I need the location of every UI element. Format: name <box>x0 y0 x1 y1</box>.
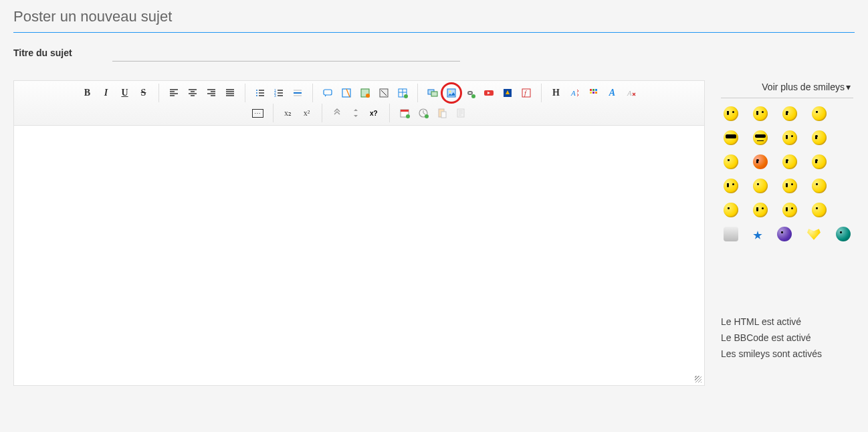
updown-button[interactable] <box>346 104 365 122</box>
smiley-wink[interactable] <box>782 179 797 193</box>
dailymotion-button[interactable] <box>498 84 517 102</box>
subscript-button[interactable]: x₂ <box>279 104 298 122</box>
status-smileys: Les smileys sont activés <box>721 346 855 362</box>
svg-rect-28 <box>595 92 597 94</box>
svg-point-16 <box>449 91 451 93</box>
smiley-rolling[interactable] <box>753 179 768 193</box>
svg-rect-25 <box>595 89 597 91</box>
svg-rect-23 <box>590 89 592 91</box>
table-button[interactable] <box>393 84 412 102</box>
source-button[interactable] <box>451 104 470 122</box>
svg-rect-15 <box>447 89 455 97</box>
more-smileys-dropdown[interactable]: Voir plus de smileys▾ <box>721 80 853 98</box>
smiley-arrow[interactable] <box>782 203 797 217</box>
smiley-no[interactable] <box>777 227 792 241</box>
svg-rect-32 <box>401 110 409 112</box>
smiley-neutral[interactable] <box>812 203 827 217</box>
smiley-embarrassed[interactable] <box>753 154 768 169</box>
smiley-geek[interactable] <box>724 227 738 241</box>
svg-point-33 <box>406 114 410 118</box>
smiley-question[interactable] <box>724 203 738 217</box>
font-family-button[interactable]: A <box>603 84 622 102</box>
svg-rect-27 <box>592 92 594 94</box>
status-bbcode: Le BBCode est activé <box>721 330 855 346</box>
code-button[interactable] <box>337 84 356 102</box>
editor-toolbar: B I U S 123 <box>14 81 704 126</box>
quote-button[interactable] <box>318 84 337 102</box>
smiley-laughing[interactable] <box>782 130 797 145</box>
svg-point-2 <box>256 95 257 96</box>
svg-text:x?: x? <box>370 110 378 117</box>
header-button[interactable]: H <box>547 84 566 102</box>
sidebar: Voir plus de smileys▾ <box>721 80 855 386</box>
svg-point-12 <box>404 94 408 98</box>
hidden-button[interactable] <box>374 84 393 102</box>
svg-rect-14 <box>431 92 437 96</box>
svg-rect-24 <box>592 89 594 91</box>
svg-point-9 <box>366 94 370 98</box>
scroll-button[interactable] <box>328 104 346 122</box>
smiley-mad[interactable] <box>812 130 827 145</box>
font-size-button[interactable]: A <box>566 84 584 102</box>
align-center-button[interactable] <box>183 84 202 102</box>
date-button[interactable] <box>395 104 414 122</box>
smiley-shocked[interactable] <box>724 130 738 145</box>
smiley-sad[interactable] <box>782 106 797 121</box>
smiley-love[interactable] <box>806 227 821 241</box>
resize-handle[interactable] <box>14 376 704 385</box>
message-textarea[interactable] <box>14 126 704 373</box>
font-color-button[interactable] <box>584 84 603 102</box>
spoiler-button[interactable] <box>356 84 374 102</box>
flash-button[interactable]: f <box>517 84 536 102</box>
italic-button[interactable]: I <box>97 84 116 102</box>
svg-rect-37 <box>441 112 446 118</box>
svg-point-35 <box>425 114 429 118</box>
status-list: Le HTML est activé Le BBCode est activé … <box>721 314 855 362</box>
page-heading: Poster un nouveau sujet <box>13 8 855 33</box>
chevron-down-icon: ▾ <box>846 82 851 92</box>
smiley-exclaim[interactable] <box>812 179 827 193</box>
subject-input[interactable] <box>112 47 460 62</box>
superscript-button[interactable]: x² <box>298 104 316 122</box>
svg-point-1 <box>256 92 257 94</box>
smiley-smile[interactable] <box>753 106 768 121</box>
svg-point-0 <box>256 90 257 91</box>
time-button[interactable] <box>414 104 433 122</box>
hr-button[interactable] <box>288 84 307 102</box>
align-left-button[interactable] <box>165 84 183 102</box>
status-html: Le HTML est activé <box>721 314 855 330</box>
smiley-very-happy[interactable] <box>724 106 738 121</box>
youtube-button[interactable] <box>479 84 498 102</box>
remove-format-button[interactable]: A <box>622 84 641 102</box>
svg-rect-6 <box>324 90 332 95</box>
svg-rect-26 <box>590 92 592 94</box>
unordered-list-button[interactable] <box>251 84 269 102</box>
more-button[interactable]: ⋯ <box>249 104 267 122</box>
align-justify-button[interactable] <box>221 84 239 102</box>
smiley-razz[interactable] <box>724 154 738 169</box>
host-image-button[interactable] <box>423 84 442 102</box>
align-right-button[interactable] <box>202 84 221 102</box>
svg-text:A: A <box>570 89 576 97</box>
smiley-suspect[interactable] <box>836 227 851 241</box>
link-button[interactable] <box>461 84 479 102</box>
smiley-cool[interactable] <box>753 130 768 145</box>
svg-text:3: 3 <box>274 94 276 98</box>
smiley-surprised[interactable] <box>812 106 827 121</box>
ordered-list-button[interactable]: 123 <box>269 84 288 102</box>
strike-button[interactable]: S <box>134 84 153 102</box>
random-button[interactable]: x? <box>365 104 384 122</box>
smiley-idea[interactable] <box>753 203 768 217</box>
subject-row: Titre du sujet <box>13 47 855 62</box>
insert-image-button[interactable] <box>442 84 461 102</box>
smiley-twisted[interactable] <box>724 179 738 193</box>
smiley-evil[interactable] <box>812 154 827 169</box>
paste-button[interactable] <box>433 104 451 122</box>
smiley-star[interactable] <box>753 231 762 240</box>
underline-button[interactable]: U <box>116 84 134 102</box>
bold-button[interactable]: B <box>78 84 97 102</box>
svg-text:f: f <box>524 90 527 97</box>
svg-point-17 <box>471 94 475 98</box>
smiley-crying[interactable] <box>782 154 797 169</box>
svg-rect-20 <box>522 89 530 97</box>
